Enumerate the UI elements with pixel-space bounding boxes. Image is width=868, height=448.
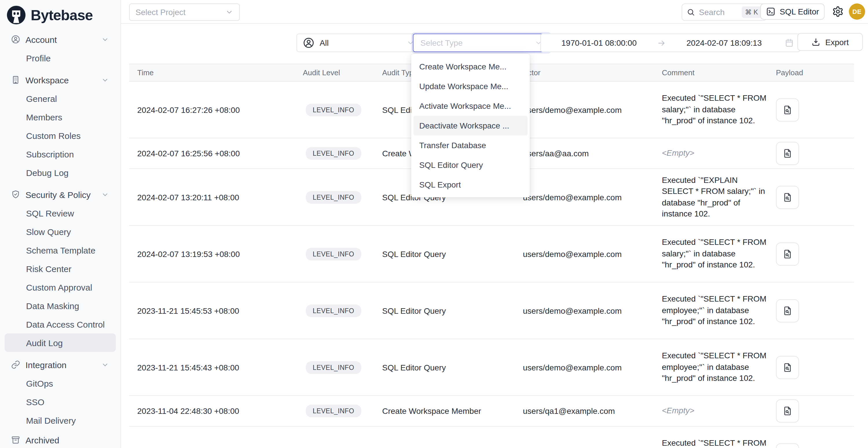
sidebar-item[interactable]: Custom Roles: [0, 126, 120, 145]
view-payload-button[interactable]: [776, 356, 799, 379]
app-window: Bytebase Account Profile Workspace: [0, 0, 868, 448]
search-input[interactable]: Search ⌘ K: [682, 3, 767, 21]
sidebar-item-label: Data Masking: [26, 301, 79, 311]
view-payload-button[interactable]: [776, 98, 799, 121]
cell-comment-wrap: <Empty>: [662, 148, 773, 159]
cell-comment: Executed `"SELECT * FROM department;"` i…: [662, 439, 766, 448]
actor-filter-select[interactable]: All: [297, 34, 421, 52]
sidebar-item[interactable]: Audit Log: [5, 333, 116, 352]
integration-children: GitOpsSSOMail Delivery: [0, 374, 120, 429]
sidebar-item[interactable]: Debug Log: [0, 163, 120, 182]
view-payload-button[interactable]: [776, 186, 799, 209]
download-icon: [811, 37, 821, 46]
sidebar-section-workspace[interactable]: Workspace: [0, 71, 120, 89]
cell-payload: [773, 443, 854, 448]
cell-payload: [773, 356, 854, 379]
actor-filter-value: All: [320, 38, 329, 47]
sidebar-section-account[interactable]: Account: [0, 30, 120, 49]
dropdown-item-label: Transfer Database: [419, 141, 486, 150]
date-range-picker[interactable]: 1970-01-01 08:00:00 2024-02-07 18:09:13: [540, 34, 800, 52]
file-search-icon: [782, 104, 793, 115]
gear-icon[interactable]: [832, 6, 844, 18]
search-icon: [687, 8, 695, 16]
sidebar-item-label: Members: [26, 112, 62, 122]
search-shortcut-badge: ⌘ K: [742, 6, 762, 18]
cell-comment: Executed `"SELECT * FROM employee;"` in …: [662, 351, 766, 383]
table-row: 2023-11-21 15:45:43 +08:00 LEVEL_INFO SQ…: [129, 339, 854, 396]
export-button[interactable]: Export: [797, 33, 863, 51]
sidebar-item-label: SSO: [26, 397, 44, 407]
sidebar-item[interactable]: Subscription: [0, 145, 120, 163]
view-payload-button[interactable]: [776, 242, 799, 265]
security-children: SQL ReviewSlow QuerySchema TemplateRisk …: [0, 204, 120, 352]
cell-comment-wrap: Executed `"EXPLAIN SELECT * FROM salary;…: [662, 174, 773, 220]
cell-actor: users/demo@example.com: [523, 105, 662, 114]
sidebar-item[interactable]: Slow Query: [0, 222, 120, 241]
view-payload-button[interactable]: [776, 142, 799, 165]
sidebar-item[interactable]: Members: [0, 108, 120, 126]
cell-comment: Executed `"SELECT * FROM employee;"` in …: [662, 294, 766, 326]
avatar[interactable]: DE: [849, 3, 865, 20]
cell-payload: [773, 98, 854, 121]
sidebar-item-label: Data Access Control: [26, 319, 105, 329]
dropdown-menu-item[interactable]: Create Workspace Me...: [411, 57, 530, 76]
cell-audit-type: SQL Editor Query: [382, 249, 523, 258]
sidebar-item-label: Schema Template: [26, 245, 96, 255]
file-search-icon: [782, 406, 793, 416]
cell-payload: [773, 186, 854, 209]
sql-editor-button[interactable]: SQL Editor: [760, 3, 825, 20]
sidebar-item-label: Audit Log: [26, 338, 63, 348]
sidebar-item[interactable]: Profile: [0, 49, 120, 67]
sidebar-item[interactable]: Data Masking: [0, 296, 120, 315]
view-payload-button[interactable]: [776, 299, 799, 322]
bytebase-logo[interactable]: Bytebase: [0, 0, 120, 30]
sidebar-section-integration[interactable]: Integration: [0, 355, 120, 374]
sidebar-item[interactable]: GitOps: [0, 374, 120, 392]
sidebar-item[interactable]: Custom Approval: [0, 278, 120, 296]
sidebar-item-label: Mail Delivery: [26, 415, 76, 425]
dropdown-menu-item[interactable]: Update Workspace Me...: [411, 76, 530, 96]
cell-comment: <Empty>: [662, 406, 694, 415]
dropdown-menu-item[interactable]: Deactivate Workspace ...: [413, 116, 528, 135]
chevron-down-icon: [101, 191, 109, 198]
sidebar-item[interactable]: Mail Delivery: [0, 411, 120, 429]
sidebar-item-label: Custom Roles: [26, 130, 81, 140]
table-row: 2023-11-04 21:26:34 +08:00 LEVEL_INFO SQ…: [129, 426, 854, 448]
sidebar-item[interactable]: Schema Template: [0, 241, 120, 259]
sidebar-item-label: Slow Query: [26, 227, 71, 236]
sidebar-item[interactable]: General: [0, 89, 120, 108]
dropdown-menu-item[interactable]: Transfer Database: [411, 135, 530, 155]
dropdown-menu-item[interactable]: SQL Export: [411, 175, 530, 194]
sidebar-item[interactable]: SQL Review: [0, 204, 120, 222]
column-header-actor: Actor: [523, 68, 662, 77]
cell-time: 2024-02-07 13:19:53 +08:00: [137, 249, 303, 258]
project-select[interactable]: Select Project: [129, 3, 240, 21]
level-badge: LEVEL_INFO: [306, 147, 361, 160]
sidebar-section-security-policy[interactable]: Security & Policy: [0, 185, 120, 204]
cell-comment-wrap: Executed `"SELECT * FROM employee;"` in …: [662, 294, 773, 328]
sidebar-item-label: Subscription: [26, 149, 74, 159]
dropdown-menu-item[interactable]: SQL Editor Query: [411, 155, 530, 175]
sidebar-item[interactable]: Data Access Control: [0, 315, 120, 333]
user-circle-icon: [11, 35, 20, 44]
dropdown-item-label: Update Workspace Me...: [419, 82, 508, 91]
date-to-value: 2024-02-07 18:09:13: [666, 38, 782, 47]
view-payload-button[interactable]: [776, 443, 799, 448]
file-search-icon: [782, 148, 793, 159]
cell-comment-wrap: <Empty>: [662, 406, 773, 417]
sidebar-section-archived[interactable]: Archived: [0, 430, 120, 448]
dropdown-menu-item[interactable]: Activate Workspace Me...: [411, 96, 530, 116]
cell-audit-level: LEVEL_INFO: [303, 191, 382, 203]
sidebar-item[interactable]: SSO: [0, 392, 120, 411]
cell-audit-level: LEVEL_INFO: [303, 405, 382, 417]
sidebar: Bytebase Account Profile Workspace: [0, 0, 121, 448]
type-filter-select[interactable]: Select Type: [413, 34, 550, 52]
view-payload-button[interactable]: [776, 399, 799, 422]
sidebar-item[interactable]: Risk Center: [0, 259, 120, 278]
column-header-audit-level: Audit Level: [303, 68, 382, 77]
dropdown-item-label: Create Workspace Me...: [419, 62, 506, 71]
sidebar-item-label: GitOps: [26, 378, 53, 388]
cell-payload: [773, 299, 854, 322]
arrow-right-icon: [657, 38, 666, 47]
project-select-placeholder: Select Project: [135, 7, 186, 17]
